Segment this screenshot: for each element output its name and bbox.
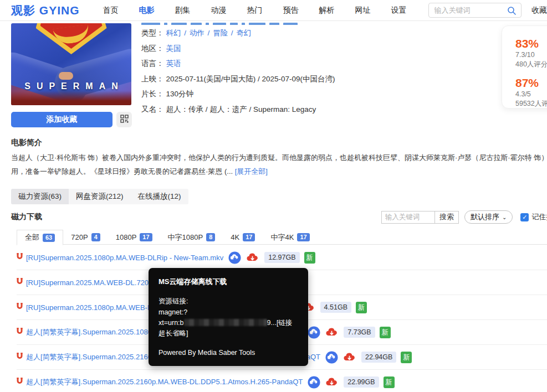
- main-nav: 首页电影剧集动漫热门预告解析网址设置: [103, 6, 427, 16]
- new-badge: 新: [380, 327, 391, 338]
- clipped-cast-line: [141, 22, 374, 25]
- rating-score-1: 4.3/5: [515, 90, 547, 99]
- info-separator: /: [206, 29, 212, 37]
- info-label-region: 地区：: [141, 44, 164, 53]
- info-row-language: 语言：英语: [141, 56, 490, 71]
- info-label-runtime: 片长：: [141, 90, 164, 98]
- nav-item-parse[interactable]: 解析: [319, 6, 335, 16]
- magnet-section-heading: 磁力下载: [11, 212, 42, 222]
- resource-tab-netdisk[interactable]: 网盘资源(212): [69, 189, 131, 204]
- info-link-genre-1[interactable]: 动作: [190, 29, 205, 37]
- site-logo[interactable]: 观影 GYING: [11, 3, 80, 18]
- info-link-genre-3[interactable]: 奇幻: [236, 29, 251, 37]
- file-size-badge: 22.99GB: [344, 376, 379, 388]
- resource-tabs: 磁力资源(63)网盘资源(212)在线播放(12): [11, 189, 188, 204]
- file-size-badge: 7.73GB: [344, 327, 375, 338]
- magnet-tooltip: MS云端存储离线下载 资源链接: magnet:? xt=urn:b9...[链…: [149, 268, 308, 366]
- info-row-region: 地区：美国: [141, 41, 490, 56]
- table-row: 超人[简繁英字幕].Superman.2025.2160p.MA.WEB-DL.…: [17, 370, 547, 392]
- resource-tab-online[interactable]: 在线播放(12): [131, 189, 188, 204]
- checkmark-icon: ✓: [522, 214, 527, 221]
- filter-tab-zh4k[interactable]: 中字4K17: [263, 230, 317, 245]
- sort-dropdown[interactable]: 默认排序 ⌄: [464, 210, 513, 224]
- nav-item-sites[interactable]: 网址: [355, 6, 371, 16]
- info-link-language-0[interactable]: 英语: [166, 59, 181, 68]
- info-label-release: 上映：: [141, 75, 164, 83]
- info-link-genre-0[interactable]: 科幻: [166, 29, 181, 37]
- redacted-hash-block: [184, 319, 267, 326]
- favorites-link[interactable]: 收藏: [531, 6, 547, 16]
- tooltip-powered: Powered By Media Saber Tools: [159, 348, 298, 358]
- table-row: [RU]Superman.2025.1080p.MA.WEB-DLRip - N…: [17, 245, 547, 270]
- info-separator: /: [182, 29, 188, 37]
- list-search-button[interactable]: 搜索: [434, 211, 459, 224]
- qr-code-button[interactable]: [116, 112, 132, 127]
- filter-tab-zh1080p[interactable]: 中字1080P8: [160, 230, 223, 245]
- filter-tab-1080p[interactable]: 1080P17: [108, 230, 160, 245]
- magnet-icon: [17, 277, 23, 287]
- cloud-download-blue-icon[interactable]: [308, 326, 320, 339]
- rating-votes-1: 59532人评分: [515, 99, 547, 109]
- magnet-icon: [17, 327, 23, 337]
- tooltip-title: MS云端存储离线下载: [159, 276, 298, 287]
- movie-poster[interactable]: SUPERMAN: [11, 23, 131, 105]
- file-name-link[interactable]: 超人[简繁英字幕].Superman.2025.2160p.MA.WEB-DL.…: [26, 377, 303, 387]
- top-header: 观影 GYING 首页电影剧集动漫热门预告解析网址设置 收藏: [0, 0, 547, 21]
- magnet-controls: 搜索 默认排序 ⌄ ✓ 记住排序 查: [381, 210, 547, 224]
- magnet-icon: [17, 352, 23, 362]
- resource-tab-magnet[interactable]: 磁力资源(63): [11, 189, 69, 204]
- search-icon[interactable]: [507, 6, 517, 18]
- filter-tab-720p[interactable]: 720P4: [63, 230, 108, 245]
- quality-filter-tabs: 全部63720P41080P17中字1080P84K17中字4K17: [17, 230, 547, 245]
- cloud-download-red-icon[interactable]: [325, 376, 338, 389]
- nav-item-settings[interactable]: 设置: [391, 6, 407, 16]
- new-badge: 新: [384, 376, 395, 388]
- filter-tab-label: 中字1080P: [168, 233, 203, 243]
- cloud-download-blue-icon[interactable]: [325, 351, 338, 364]
- nav-item-trailers[interactable]: 预告: [283, 6, 299, 16]
- file-size-badge: 4.51GB: [320, 302, 351, 313]
- qr-code-icon: [120, 115, 129, 125]
- cloud-download-red-icon[interactable]: [325, 326, 338, 339]
- info-label-aka: 又名：: [141, 105, 164, 114]
- remember-sort-checkbox[interactable]: ✓: [520, 213, 529, 221]
- info-link-genre-2[interactable]: 冒险: [213, 29, 228, 37]
- remember-sort-label: 记住排序: [531, 212, 547, 222]
- filter-tab-label: 720P: [71, 233, 88, 241]
- add-favorite-button[interactable]: 添加收藏: [11, 112, 113, 127]
- info-row-genre: 类型：科幻 / 动作 / 冒险 / 奇幻: [141, 25, 490, 41]
- filter-tab-count-badge: 8: [206, 233, 215, 241]
- cloud-download-blue-icon[interactable]: [308, 376, 320, 389]
- synopsis-text: 当超人（大卫·科伦斯韦 饰）被卷入国内外多重冲突时，他保护人类的行为遭到质疑。而…: [11, 151, 547, 178]
- cloud-download-red-icon[interactable]: [246, 251, 259, 264]
- tooltip-xt-line: xt=urn:b9...[链接超长省略]: [159, 318, 298, 339]
- nav-item-series[interactable]: 剧集: [175, 6, 191, 16]
- nav-item-hot[interactable]: 热门: [247, 6, 263, 16]
- nav-item-home[interactable]: 首页: [103, 6, 119, 16]
- nav-item-movies[interactable]: 电影: [139, 6, 155, 16]
- tooltip-magnet-line: magnet:?: [159, 307, 298, 318]
- list-search-input[interactable]: [381, 211, 435, 224]
- info-label-language: 语言：: [141, 59, 164, 68]
- filter-tab-4k[interactable]: 4K17: [223, 230, 263, 245]
- expand-all-link[interactable]: [展开全部]: [235, 167, 268, 176]
- file-name-link[interactable]: [RU]Superman.2025.1080p.MA.WEB-DLRip - N…: [26, 254, 223, 262]
- filter-tab-all[interactable]: 全部63: [17, 230, 63, 245]
- info-value-runtime: 130分钟: [166, 90, 194, 98]
- rating-percent-0: 83%: [515, 37, 547, 50]
- filter-tab-label: 中字4K: [270, 233, 294, 243]
- info-label-genre: 类型：: [141, 29, 164, 37]
- info-row-runtime: 片长：130分钟: [141, 86, 490, 102]
- cloud-download-red-icon[interactable]: [343, 351, 356, 364]
- sort-selected-value: 默认排序: [471, 212, 499, 222]
- new-badge: 新: [356, 302, 367, 313]
- nav-item-anime[interactable]: 动漫: [211, 6, 227, 16]
- info-link-region-0[interactable]: 美国: [166, 44, 181, 53]
- poster-title-text: SUPERMAN: [11, 81, 131, 91]
- rating-block-1: 87%4.3/559532人评分: [515, 76, 547, 109]
- info-separator: /: [229, 29, 235, 37]
- info-value-aka: 超人：传承 / 超人：遗产 / Superman: Legacy: [166, 105, 316, 114]
- new-badge: 新: [401, 352, 412, 363]
- magnet-icon: [17, 252, 23, 262]
- cloud-download-blue-icon[interactable]: [228, 251, 241, 264]
